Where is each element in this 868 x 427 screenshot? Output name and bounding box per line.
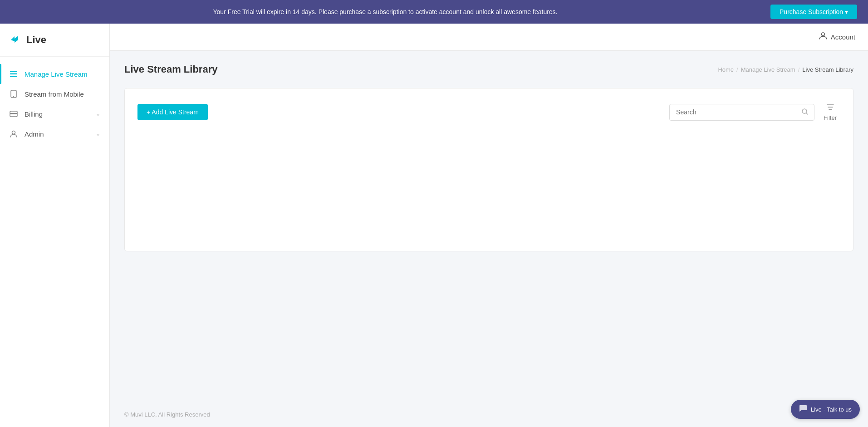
live-chat-label: Live - Talk to us [811, 406, 852, 413]
footer: © Muvi LLC, All Rights Reserved [110, 402, 868, 427]
svg-rect-6 [10, 113, 17, 114]
top-banner: Your Free Trial will expire in 14 days. … [0, 0, 868, 24]
toolbar: + Add Live Stream [137, 101, 840, 123]
mobile-icon [9, 89, 18, 98]
search-input[interactable] [670, 104, 796, 120]
breadcrumb-manage: Manage Live Stream [741, 66, 795, 73]
sidebar-nav: Manage Live Stream Stream from Mobile [0, 57, 109, 427]
account-icon [819, 32, 827, 42]
page-title: Live Stream Library [124, 64, 217, 75]
page-header-row: Live Stream Library Home / Manage Live S… [124, 64, 853, 75]
logo-area: Live [0, 24, 109, 57]
sidebar-item-stream-from-mobile[interactable]: Stream from Mobile [0, 84, 109, 104]
sidebar-item-manage-live-stream[interactable]: Manage Live Stream [0, 64, 109, 84]
svg-point-8 [821, 33, 824, 36]
live-chat-button[interactable]: Live - Talk to us [791, 400, 860, 419]
billing-icon [9, 109, 18, 118]
app-logo-icon [9, 34, 22, 46]
search-box [669, 104, 814, 121]
chat-icon [799, 404, 807, 414]
svg-line-10 [806, 113, 808, 114]
main-content: Live Stream Library Home / Manage Live S… [110, 51, 868, 402]
account-label: Account [831, 33, 855, 41]
search-button[interactable] [796, 104, 814, 120]
filter-button[interactable]: Filter [820, 101, 840, 123]
breadcrumb-sep-1: / [736, 66, 738, 73]
app-name: Live [26, 34, 46, 46]
svg-rect-1 [10, 74, 17, 75]
sidebar: Live Manage Live Stream [0, 24, 110, 427]
svg-point-4 [13, 96, 14, 97]
admin-icon [9, 129, 18, 138]
breadcrumb-current: Live Stream Library [802, 66, 853, 73]
sidebar-item-label: Manage Live Stream [25, 70, 100, 78]
search-icon [801, 108, 809, 115]
sidebar-item-label: Admin [25, 130, 89, 138]
svg-rect-2 [10, 76, 17, 77]
purchase-subscription-button[interactable]: Purchase Subscription ▾ [770, 5, 857, 19]
chevron-down-icon: ⌄ [96, 131, 100, 137]
svg-point-7 [12, 131, 15, 134]
sidebar-item-label: Stream from Mobile [25, 90, 100, 98]
list-icon [9, 69, 18, 79]
breadcrumb: Home / Manage Live Stream / Live Stream … [718, 66, 853, 73]
breadcrumb-sep-2: / [798, 66, 800, 73]
main-wrapper: Account Live Stream Library Home / Manag… [110, 24, 868, 427]
add-live-stream-button[interactable]: + Add Live Stream [137, 104, 208, 120]
sidebar-item-admin[interactable]: Admin ⌄ [0, 124, 109, 144]
sidebar-item-billing[interactable]: Billing ⌄ [0, 104, 109, 124]
footer-text: © Muvi LLC, All Rights Reserved [124, 411, 210, 418]
banner-text: Your Free Trial will expire in 14 days. … [11, 8, 760, 15]
top-header: Account [110, 24, 868, 51]
sidebar-item-label: Billing [25, 110, 89, 118]
account-button[interactable]: Account [819, 32, 855, 42]
search-filter-row: Filter [669, 101, 840, 123]
chevron-down-icon: ⌄ [96, 111, 100, 117]
svg-rect-0 [10, 71, 17, 72]
filter-label: Filter [824, 114, 837, 121]
filter-icon [826, 103, 834, 113]
breadcrumb-home: Home [718, 66, 734, 73]
content-card: + Add Live Stream [124, 88, 853, 251]
